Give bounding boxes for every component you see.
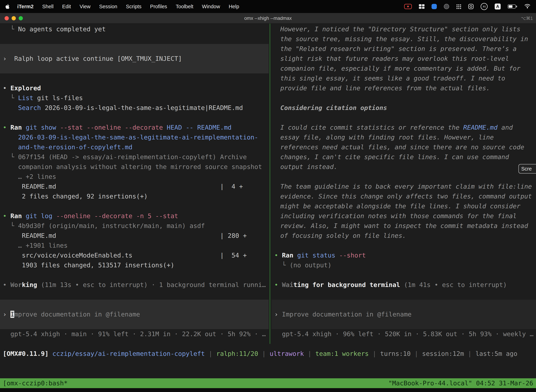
text-segment: 2 files changed, 92 insertions(+) <box>3 193 148 200</box>
menu-item-window[interactable]: Window <box>202 4 220 9</box>
terminal-line: 2026-03-09-is-legal-the-same-as-legitima… <box>0 132 269 142</box>
text-segment: › <box>3 311 10 318</box>
text-segment: (1m 41s • esc to interrupt) <box>400 281 507 288</box>
text-segment: Ran <box>282 252 293 259</box>
zoom-window-button[interactable] <box>19 16 23 20</box>
menu-item-toolbelt[interactable]: Toolbelt <box>176 4 193 9</box>
box-line: › Improve documentation in @filename <box>272 309 412 319</box>
blue-app-icon[interactable] <box>431 4 437 9</box>
gauge-icon[interactable]: .61 <box>481 3 488 10</box>
text-segment: No agents completed yet <box>18 25 106 33</box>
reasoning-paragraph-3: The team guideline is to back every impo… <box>272 182 536 241</box>
text-segment: [OMX#0.11.9] <box>3 350 48 357</box>
menu-item-session[interactable]: Session <box>99 4 117 9</box>
text-segment <box>48 350 53 357</box>
menu-item-scripts[interactable]: Scripts <box>126 4 142 9</box>
terminal-line: └ 067f154 (HEAD -> essay/ai-reimplementa… <box>0 152 269 162</box>
text-segment: turns:10 <box>380 350 411 357</box>
text-segment: Improve documentation in @filename <box>282 311 412 318</box>
terminal-line: └ 4b9d30f (origin/main, instructkr/main,… <box>0 221 269 231</box>
minimize-window-button[interactable] <box>12 16 16 20</box>
terminal-line: └ (no output) <box>272 260 536 270</box>
text-segment: companion analysis without altering the … <box>3 163 262 170</box>
text-segment: • <box>3 84 10 92</box>
text-segment: Explored <box>10 84 41 92</box>
text-segment: src/voice/voiceModeEnabled.ts | 54 + <box>3 252 247 259</box>
dark-app-icon[interactable] <box>444 4 449 9</box>
menu-item-profiles[interactable]: Profiles <box>150 4 167 9</box>
window-title: omx --xhigh --madmax <box>35 13 501 23</box>
bottom-strip <box>0 388 536 392</box>
window-grid-icon[interactable] <box>419 4 425 9</box>
blank-line <box>0 201 269 211</box>
terminal-content[interactable]: └ No agents completed yet› Ralph loop ac… <box>0 23 536 378</box>
text-segment: king <box>22 281 37 288</box>
text-segment: 1903 files changed, 513517 insertions(+) <box>3 261 174 269</box>
terminal-line: • Ran git status --short <box>272 250 536 260</box>
menu-item-edit[interactable]: Edit <box>62 4 71 9</box>
text-segment: --oneline --decorate -n 5 --stat <box>53 212 178 219</box>
menu-item-shell[interactable]: Shell <box>42 4 54 9</box>
text-segment: and-the-erosion-of-copyleft.md <box>3 144 132 151</box>
text-segment: › <box>274 311 282 318</box>
text-segment: • <box>3 281 10 288</box>
text-segment: … +1901 lines <box>3 242 67 249</box>
terminal-line: • Ran git show --stat --oneline --decora… <box>0 123 269 132</box>
text-segment: README.md | 280 + <box>3 232 247 239</box>
text-segment: ultrawork <box>270 350 304 357</box>
tmux-pane-divider[interactable] <box>270 23 270 344</box>
menu-bar-status-icons: .61 A <box>404 3 531 10</box>
text-segment: HEAD -- README.md <box>163 124 231 131</box>
keyhole-icon[interactable] <box>468 4 474 9</box>
text-segment: | <box>205 350 216 357</box>
blank-line <box>272 290 536 300</box>
text-segment: • <box>3 212 10 219</box>
screen-notification[interactable]: Scre <box>518 164 536 173</box>
text-segment: List <box>18 94 34 102</box>
menu-item-view[interactable]: View <box>80 4 90 9</box>
tmux-status-bar: [omx-cczip0:bash* "MacBook-Pro-44.local"… <box>0 378 536 388</box>
text-segment <box>3 104 18 111</box>
terminal-line: └ No agents completed yet <box>0 24 269 34</box>
tmux-pane-left[interactable]: └ No agents completed yet› Ralph loop ac… <box>0 24 269 340</box>
model-status-right: gpt-5.4 xhigh · 96% left · 520K in · 5.8… <box>272 329 536 339</box>
text-segment: › Ralph loop active continue [OMX_TMUX_I… <box>3 55 182 62</box>
blank-line <box>0 73 269 83</box>
menu-item-iterm2[interactable]: iTerm2 <box>17 4 34 9</box>
dots-grid-icon[interactable] <box>456 4 461 9</box>
waiting-status-line: • Waiting for background terminal (1m 41… <box>272 280 536 290</box>
menu-item-help[interactable]: Help <box>229 4 239 9</box>
screen-recording-icon[interactable] <box>404 4 412 9</box>
box-line: › Ralph loop active continue [OMX_TMUX_I… <box>0 54 182 64</box>
terminal-line: 1903 files changed, 513517 insertions(+) <box>0 260 269 270</box>
text-segment: README.md | 4 + <box>3 183 243 190</box>
terminal-line: src/voice/voiceModeEnabled.ts | 54 + <box>0 250 269 260</box>
terminal-line: Search 2026-03-09-is-legal-the-same-as-l… <box>0 103 269 113</box>
text-segment: • <box>274 252 282 259</box>
reasoning-heading: Considering citation options <box>272 103 536 113</box>
blank-line <box>272 241 536 250</box>
blank-line <box>272 113 536 123</box>
window-shortcut-badge: ⌥⌘1 <box>521 13 533 23</box>
text-segment: • <box>274 281 282 288</box>
text-segment: session:12m <box>422 350 464 357</box>
battery-icon[interactable] <box>508 5 517 9</box>
close-window-button[interactable] <box>5 16 9 20</box>
terminal-line: README.md | 280 + <box>0 231 269 241</box>
text-segment: └ <box>3 25 18 33</box>
apple-menu-icon[interactable] <box>5 4 10 9</box>
prompt-input-right[interactable]: › Improve documentation in @filename <box>272 300 536 329</box>
tmux-pane-right[interactable]: However, I noticed the "Directory Struct… <box>272 24 536 340</box>
blank-line <box>0 113 269 123</box>
working-status-line: • Working (11m 13s • esc to interrupt) ·… <box>0 280 269 290</box>
macos-menu-bar: iTerm2ShellEditViewSessionScriptsProfile… <box>0 0 536 13</box>
input-source-icon[interactable]: A <box>495 4 501 9</box>
text-segment: Ran <box>10 124 22 131</box>
box-line: › Improve documentation in @filename <box>0 309 140 319</box>
prompt-input-left[interactable]: › Improve documentation in @filename <box>0 300 269 329</box>
text-cursor: I <box>10 311 14 318</box>
terminal-line: • Ran git log --oneline --decorate -n 5 … <box>0 211 269 221</box>
text-segment: └ (no output) <box>274 261 331 269</box>
omx-status-bar: [OMX#0.11.9] cczip/essay/ai-reimplementa… <box>0 349 536 359</box>
wifi-icon[interactable] <box>524 3 531 10</box>
